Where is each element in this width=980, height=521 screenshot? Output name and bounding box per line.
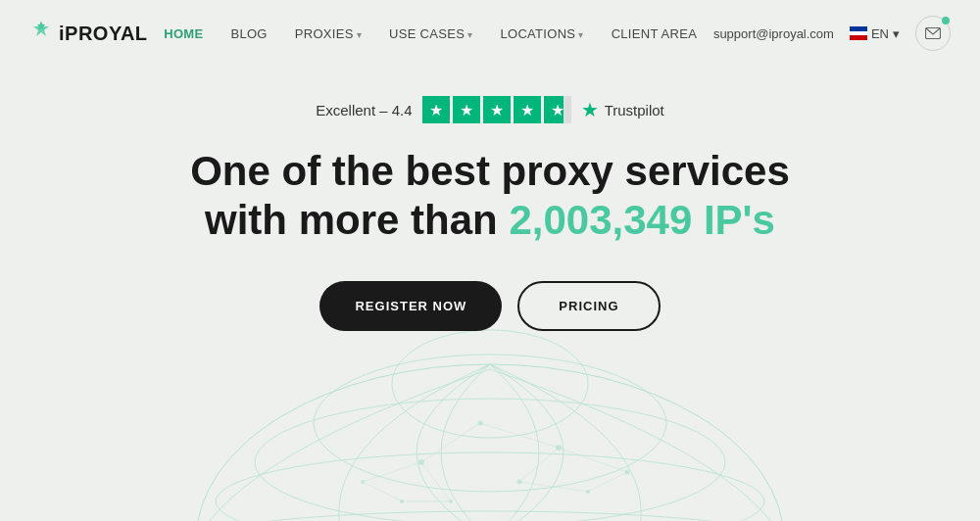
nav-blog[interactable]: BLOG — [230, 26, 267, 41]
logo[interactable]: iPROYAL — [29, 19, 148, 48]
svg-point-6 — [196, 511, 784, 521]
header-right: support@iproyal.com EN ▾ — [713, 16, 951, 51]
hero-buttons: REGISTER NOW PRICING — [319, 281, 660, 331]
svg-line-29 — [559, 448, 627, 472]
svg-point-8 — [255, 399, 725, 521]
hero-title-line1: One of the best proxy services — [190, 148, 790, 194]
star-5-half: ★ — [544, 96, 571, 123]
hero-title: One of the best proxy services with more… — [190, 147, 790, 246]
main-nav: HOME BLOG PROXIES▾ USE CASES▾ LOCATIONS▾… — [164, 26, 697, 41]
nav-home[interactable]: HOME — [164, 26, 203, 41]
svg-point-9 — [314, 355, 666, 492]
svg-rect-2 — [850, 31, 867, 35]
trustpilot-row: Excellent – 4.4 ★ ★ ★ ★ ★ ★ Trustpilot — [316, 96, 664, 123]
nav-locations[interactable]: LOCATIONS▾ — [500, 26, 583, 41]
logo-text: iPROYAL — [59, 23, 148, 45]
svg-point-5 — [196, 364, 784, 521]
svg-line-21 — [480, 423, 559, 448]
star-2: ★ — [453, 96, 480, 123]
page-wrapper: iPROYAL HOME BLOG PROXIES▾ USE CASES▾ LO… — [0, 0, 980, 521]
svg-rect-3 — [850, 35, 867, 40]
hero-section: Excellent – 4.4 ★ ★ ★ ★ ★ ★ Trustpilot O… — [0, 67, 980, 360]
flag-icon — [850, 26, 867, 40]
star-1: ★ — [422, 96, 450, 123]
svg-rect-1 — [850, 26, 867, 31]
star-3: ★ — [483, 96, 511, 123]
mail-icon — [925, 27, 941, 39]
nav-proxies[interactable]: PROXIES▾ — [295, 26, 362, 41]
trustpilot-rating-text: Excellent – 4.4 — [316, 102, 412, 118]
hero-title-line2-prefix: with more than — [205, 197, 509, 243]
star-4: ★ — [514, 96, 541, 123]
notification-dot — [942, 17, 950, 24]
trustpilot-stars: ★ ★ ★ ★ ★ — [422, 96, 571, 123]
trustpilot-logo: ★ Trustpilot — [581, 98, 664, 121]
svg-line-26 — [588, 472, 627, 492]
nav-client-area[interactable]: CLIENT AREA — [612, 26, 698, 41]
trustpilot-logo-text: Trustpilot — [605, 102, 664, 118]
svg-line-28 — [363, 462, 421, 482]
svg-line-20 — [421, 423, 480, 462]
pricing-button[interactable]: PRICING — [517, 281, 660, 331]
nav-use-cases[interactable]: USE CASES▾ — [389, 26, 472, 41]
header: iPROYAL HOME BLOG PROXIES▾ USE CASES▾ LO… — [0, 0, 980, 67]
trustpilot-star-icon: ★ — [581, 98, 599, 121]
svg-point-7 — [216, 452, 764, 521]
language-selector[interactable]: EN ▾ — [850, 26, 900, 41]
hero-ip-count: 2,003,349 IP's — [509, 197, 775, 243]
svg-line-27 — [363, 482, 402, 501]
register-now-button[interactable]: REGISTER NOW — [319, 281, 502, 331]
logo-icon — [29, 19, 53, 48]
chevron-down-icon: ▾ — [893, 26, 900, 41]
mail-button[interactable] — [915, 16, 951, 51]
support-email: support@iproyal.com — [713, 26, 834, 41]
